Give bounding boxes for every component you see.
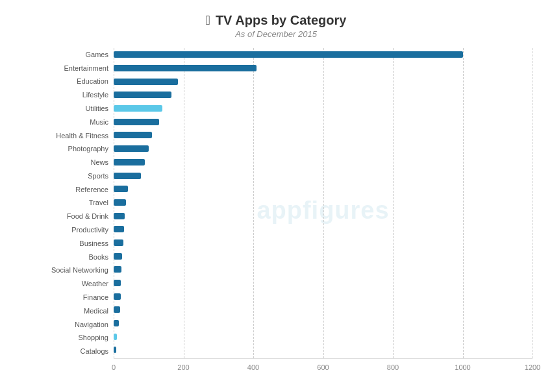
- bar: [114, 306, 120, 313]
- chart-container:  TV Apps by Category As of December 201…: [0, 0, 552, 392]
- bars-inner: [114, 48, 533, 357]
- bar: [114, 119, 159, 125]
- bar: [114, 293, 121, 300]
- y-label: Books: [88, 251, 108, 263]
- bar: [114, 145, 149, 152]
- y-label: Education: [77, 76, 108, 88]
- y-labels: GamesEntertainmentEducationLifestyleUtil…: [19, 48, 114, 373]
- bar: [114, 199, 126, 206]
- bar-row: [114, 62, 533, 74]
- y-label: Utilities: [86, 103, 108, 115]
- y-label: Business: [79, 238, 108, 249]
- bar: [114, 266, 121, 273]
- bar: [114, 280, 121, 286]
- bar-row: [114, 210, 533, 222]
- y-label: Weather: [82, 278, 108, 290]
- bar: [114, 239, 123, 246]
- bar: [114, 79, 178, 85]
- y-label: News: [90, 157, 108, 169]
- y-label: Navigation: [75, 319, 108, 330]
- bar-row: [114, 237, 533, 249]
- bar: [114, 186, 128, 192]
- bar: [114, 92, 171, 98]
- chart-title: TV Apps by Category: [216, 13, 347, 28]
- bar: [114, 347, 116, 353]
- bar: [114, 51, 463, 58]
- y-label: Reference: [75, 184, 108, 195]
- bar: [114, 132, 152, 138]
- bar-row: [114, 49, 533, 60]
- bar-row: [114, 344, 533, 356]
- x-tick: 600: [317, 363, 329, 371]
- bars-area: appfigures 020040060080010001200: [114, 48, 533, 373]
- bar: [114, 226, 124, 232]
- chart-area: GamesEntertainmentEducationLifestyleUtil…: [19, 48, 533, 373]
- x-tick: 0: [112, 363, 116, 371]
- bar: [114, 173, 141, 179]
- bar-row: [114, 143, 533, 154]
- y-label: Catalogs: [81, 346, 108, 358]
- title-area:  TV Apps by Category As of December 201…: [206, 13, 347, 39]
- y-label: Health & Fitness: [56, 130, 108, 141]
- y-label: Games: [86, 49, 108, 60]
- bar: [114, 105, 162, 112]
- y-label: Food & Drink: [67, 211, 108, 223]
- x-tick: 800: [387, 363, 399, 371]
- bar-row: [114, 76, 533, 88]
- x-tick: 200: [177, 363, 189, 371]
- x-axis: 020040060080010001200: [114, 358, 533, 373]
- bar-row: [114, 251, 533, 262]
- bar-row: [114, 116, 533, 128]
- y-label: Photography: [68, 143, 108, 155]
- bar-row: [114, 223, 533, 235]
- bar: [114, 253, 122, 260]
- y-label: Travel: [89, 197, 108, 209]
- chart-subtitle: As of December 2015: [206, 29, 347, 39]
- y-label: Sports: [88, 170, 108, 182]
- bar-row: [114, 317, 533, 329]
- bar-row: [114, 156, 533, 168]
- bar-row: [114, 277, 533, 289]
- x-tick: 1000: [455, 363, 470, 371]
- title-row:  TV Apps by Category: [206, 13, 347, 28]
- bar-row: [114, 197, 533, 208]
- bar: [114, 334, 117, 340]
- bar-row: [114, 129, 533, 141]
- bar-row: [114, 103, 533, 114]
- y-label: Entertainment: [64, 62, 108, 74]
- apple-icon: : [206, 13, 210, 28]
- grid-line: [533, 48, 533, 358]
- bar-row: [114, 331, 533, 343]
- y-label: Lifestyle: [82, 90, 108, 101]
- y-label: Music: [90, 116, 108, 128]
- bar-row: [114, 183, 533, 195]
- bar-row: [114, 263, 533, 275]
- bar-row: [114, 291, 533, 302]
- y-label: Medical: [84, 305, 108, 317]
- bar-row: [114, 304, 533, 315]
- x-tick: 1200: [525, 363, 540, 371]
- bar-row: [114, 89, 533, 101]
- bar: [114, 159, 145, 165]
- bar: [114, 213, 125, 219]
- y-label: Productivity: [71, 225, 108, 236]
- y-label: Shopping: [79, 332, 109, 344]
- y-label: Social Networking: [51, 265, 108, 276]
- bar: [114, 320, 119, 326]
- bar: [114, 65, 257, 71]
- bar-row: [114, 170, 533, 182]
- y-label: Finance: [83, 291, 108, 303]
- x-tick: 400: [247, 363, 259, 371]
